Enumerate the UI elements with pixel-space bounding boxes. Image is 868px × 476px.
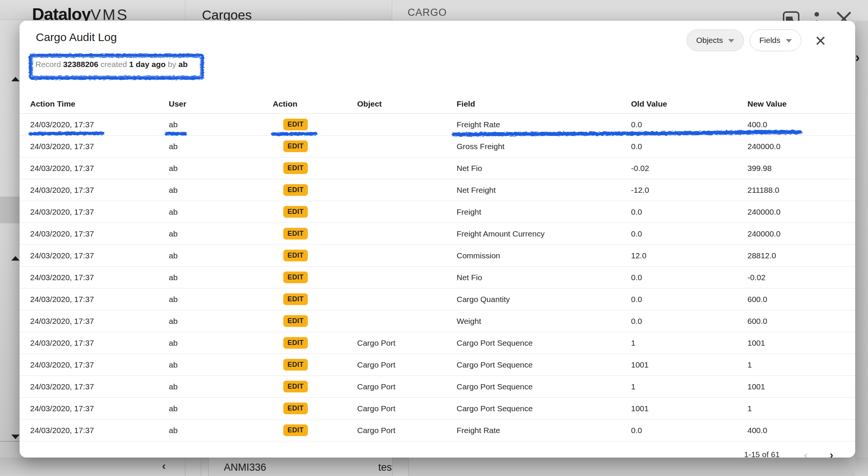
cell-field: Weight (457, 317, 631, 326)
cell-old-value: 0.0 (631, 142, 747, 151)
cell-field: Freight Rate (457, 120, 631, 129)
background-cell-divider (185, 458, 185, 476)
right-edge-strip (855, 21, 868, 476)
cell-new-value: 240000.0 (747, 142, 845, 151)
cell-object: Cargo Port (357, 339, 457, 348)
cell-user: ab (169, 186, 273, 195)
table-row: 24/03/2020, 17:37 ab EDIT Freight Rate 0… (20, 114, 855, 136)
pagination-next-icon[interactable]: › (830, 449, 833, 458)
collapse-left-chevron-icon[interactable]: ‹ (162, 459, 166, 472)
dialog-close-icon[interactable]: ✕ (811, 31, 830, 51)
column-header-object: Object (357, 99, 457, 108)
edit-action-badge: EDIT (283, 162, 308, 174)
dialog-title: Cargo Audit Log (36, 31, 117, 44)
cell-action: EDIT (273, 272, 357, 283)
cell-user: ab (169, 207, 273, 217)
pagination-bar: 1-15 of 61 ‹ › (20, 450, 855, 458)
cell-old-value: 0.0 (631, 273, 747, 282)
cell-user: ab (169, 295, 273, 304)
cell-action-time: 24/03/2020, 17:37 (30, 186, 169, 195)
cell-new-value: 211188.0 (747, 186, 845, 195)
cell-action-time: 24/03/2020, 17:37 (30, 426, 169, 435)
edit-action-badge: EDIT (283, 403, 308, 414)
scroll-up-icon[interactable] (11, 256, 20, 261)
edit-action-badge: EDIT (283, 206, 308, 218)
cell-old-value: 0.0 (631, 295, 747, 304)
table-row: 24/03/2020, 17:37 ab EDIT Freight Amount… (20, 223, 855, 245)
cell-action: EDIT (273, 184, 357, 196)
column-header-old-value: Old Value (631, 99, 747, 108)
cell-action-time: 24/03/2020, 17:37 (30, 229, 169, 238)
cell-old-value: 0.0 (631, 207, 747, 217)
cell-field: Cargo Quantity (457, 295, 631, 304)
background-cell-divider (208, 458, 209, 476)
edit-action-badge: EDIT (283, 293, 308, 305)
cell-field: Cargo Port Sequence (457, 382, 631, 391)
cell-old-value: -0.02 (631, 164, 747, 173)
objects-filter-dropdown[interactable]: Objects (686, 29, 744, 51)
cell-object: Cargo Port (357, 360, 457, 369)
edit-action-badge: EDIT (283, 250, 308, 261)
fields-filter-label: Fields (759, 36, 780, 45)
cell-action: EDIT (273, 424, 357, 436)
cell-action: EDIT (273, 293, 357, 305)
cell-action: EDIT (273, 403, 357, 414)
objects-filter-label: Objects (696, 36, 723, 45)
table-row: 24/03/2020, 17:37 ab EDIT Net Fio 0.0 -0… (20, 267, 855, 288)
table-row: 24/03/2020, 17:37 ab EDIT Weight 0.0 600… (20, 310, 855, 332)
record-summary: Record 32388206 created 1 day ago by ab (35, 60, 188, 69)
cell-user: ab (169, 317, 273, 326)
cell-new-value: 600.0 (747, 295, 845, 304)
cell-field: Freight (457, 207, 631, 217)
cell-object: Cargo Port (357, 382, 457, 391)
fields-filter-dropdown[interactable]: Fields (750, 29, 801, 51)
cell-action-time: 24/03/2020, 17:37 (30, 339, 169, 348)
cell-old-value: 1 (631, 382, 747, 391)
cell-action-time: 24/03/2020, 17:37 (30, 164, 169, 173)
table-body: 24/03/2020, 17:37 ab EDIT Freight Rate 0… (20, 114, 855, 441)
table-row: 24/03/2020, 17:37 ab EDIT Net Fio -0.02 … (20, 157, 855, 179)
cell-new-value: -0.02 (747, 273, 845, 282)
cell-field: Commission (457, 251, 631, 260)
cell-action: EDIT (273, 119, 357, 130)
edit-action-badge: EDIT (283, 228, 308, 240)
cell-field: Cargo Port Sequence (457, 339, 631, 348)
edit-action-badge: EDIT (283, 424, 308, 436)
table-header-row: Action Time User Action Object Field Old… (20, 94, 855, 114)
table-row: 24/03/2020, 17:37 ab EDIT Cargo Port Car… (20, 376, 855, 398)
cell-action: EDIT (273, 228, 357, 240)
cell-user: ab (169, 120, 273, 129)
table-row: 24/03/2020, 17:37 ab EDIT Cargo Port Car… (20, 354, 855, 376)
column-header-user: User (169, 99, 273, 108)
cell-new-value: 1001 (747, 382, 845, 391)
cell-action-time: 24/03/2020, 17:37 (30, 207, 169, 217)
panel-title: CARGO (408, 7, 447, 18)
scroll-up-icon[interactable] (11, 77, 20, 81)
column-header-action-time: Action Time (30, 99, 169, 108)
cell-new-value: 600.0 (747, 317, 845, 326)
cell-new-value: 400.0 (747, 120, 845, 129)
cell-user: ab (169, 360, 273, 369)
table-row: 24/03/2020, 17:37 ab EDIT Cargo Port Car… (20, 332, 855, 354)
table-row: 24/03/2020, 17:37 ab EDIT Net Freight -1… (20, 179, 855, 201)
cell-action-time: 24/03/2020, 17:37 (30, 273, 169, 282)
cell-action-time: 24/03/2020, 17:37 (30, 404, 169, 413)
edit-action-badge: EDIT (283, 315, 308, 327)
background-cell-divider (408, 458, 409, 476)
chevron-down-icon (728, 39, 734, 43)
cell-old-value: 0.0 (631, 120, 747, 129)
record-id: 32388206 (63, 60, 98, 69)
scroll-down-icon[interactable] (11, 435, 20, 439)
cargo-audit-log-dialog: Cargo Audit Log Objects Fields ✕ Record … (20, 21, 855, 458)
edit-action-badge: EDIT (283, 119, 308, 130)
pagination-prev-icon[interactable]: ‹ (804, 449, 808, 458)
record-summary-created: created (101, 60, 127, 69)
cell-old-value: -12.0 (631, 186, 747, 195)
background-cell-divider (392, 458, 393, 476)
cell-old-value: 1001 (631, 404, 747, 413)
expand-right-chevron-icon[interactable]: › (855, 50, 860, 66)
pagination-range-label: 1-15 of 61 (744, 450, 780, 458)
table-row: 24/03/2020, 17:37 ab EDIT Cargo Port Car… (20, 398, 855, 420)
cell-action: EDIT (273, 315, 357, 327)
record-age: 1 day ago (129, 60, 166, 69)
